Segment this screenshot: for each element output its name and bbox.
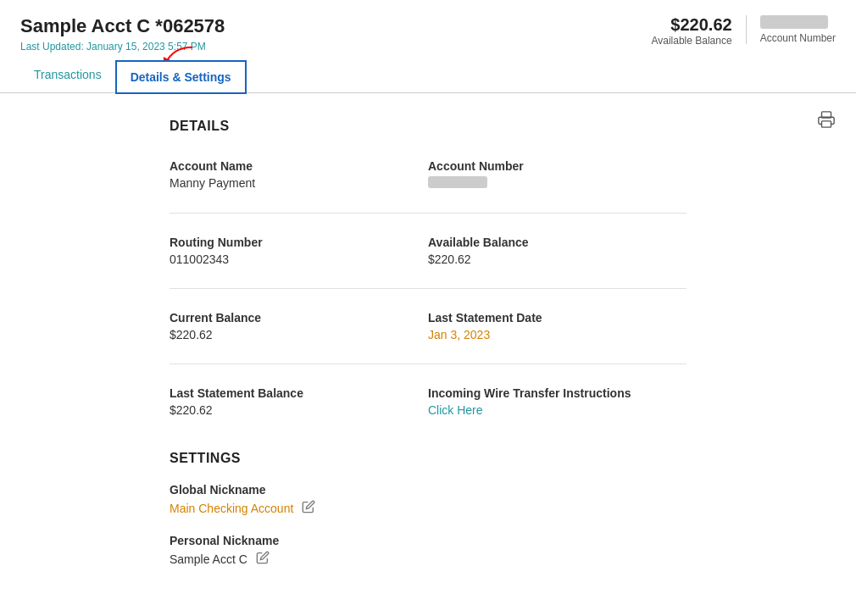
detail-cell-wire-transfer: Incoming Wire Transfer Instructions Clic… [428, 378, 686, 425]
detail-label-wire-transfer: Incoming Wire Transfer Instructions [428, 386, 686, 400]
tab-details-settings[interactable]: Details & Settings [115, 60, 247, 94]
print-icon-container[interactable] [817, 110, 836, 131]
setting-value-personal-nickname: Sample Acct C [170, 552, 247, 566]
detail-cell-account-name: Account Name Manny Payment [170, 151, 428, 199]
detail-label-last-statement-balance: Last Statement Balance [170, 386, 428, 400]
balance-amount: $220.62 [651, 15, 731, 35]
detail-value-routing-number: 011002343 [170, 253, 428, 266]
detail-value-current-balance: $220.62 [170, 328, 428, 341]
edit-icon-global-nickname[interactable] [302, 500, 315, 517]
pencil-icon-personal[interactable] [256, 551, 270, 564]
detail-cell-last-statement-balance: Last Statement Balance $220.62 [170, 378, 428, 425]
details-title: DETAILS [170, 119, 686, 134]
detail-cell-current-balance: Current Balance $220.62 [170, 302, 428, 350]
detail-value-last-statement-balance: $220.62 [170, 403, 428, 417]
header-right: $220.62 Available Balance Account Number [651, 15, 836, 47]
setting-item-personal-nickname: Personal Nickname Sample Acct C [170, 534, 686, 568]
account-number-blurred-value [760, 15, 828, 29]
setting-item-global-nickname: Global Nickname Main Checking Account [170, 483, 686, 517]
detail-value-wire-transfer-link[interactable]: Click Here [428, 403, 483, 417]
detail-cell-available-balance: Available Balance $220.62 [428, 227, 686, 275]
divider-2 [170, 288, 686, 289]
detail-value-account-number-blurred [428, 176, 487, 188]
pencil-icon-global[interactable] [302, 500, 315, 513]
details-section: DETAILS Account Name Manny Payment Accou… [170, 119, 686, 425]
detail-label-available-balance: Available Balance [428, 236, 686, 249]
detail-label-last-statement-date: Last Statement Date [428, 311, 686, 325]
detail-value-account-name: Manny Payment [170, 176, 428, 190]
setting-value-row-personal-nickname: Sample Acct C [170, 551, 686, 568]
settings-section: SETTINGS Global Nickname Main Checking A… [170, 451, 686, 568]
setting-value-row-global-nickname: Main Checking Account [170, 500, 686, 517]
main-content: DETAILS Account Name Manny Payment Accou… [0, 93, 856, 602]
details-grid: Account Name Manny Payment Account Numbe… [170, 151, 686, 425]
account-title: Sample Acct C *062578 [20, 15, 225, 37]
last-updated: Last Updated: January 15, 2023 5:57 PM [20, 41, 225, 53]
detail-value-available-balance: $220.62 [428, 253, 686, 266]
setting-label-personal-nickname: Personal Nickname [170, 534, 686, 547]
detail-label-routing-number: Routing Number [170, 236, 428, 249]
svg-rect-2 [822, 121, 831, 127]
detail-label-current-balance: Current Balance [170, 311, 428, 325]
divider-3 [170, 363, 686, 364]
account-number-section: Account Number [746, 15, 836, 44]
detail-cell-routing-number: Routing Number 011002343 [170, 227, 428, 275]
tabs-container: Transactions Details & Settings [0, 59, 856, 93]
detail-value-last-statement-date: Jan 3, 2023 [428, 328, 686, 341]
account-number-label: Account Number [760, 32, 836, 44]
setting-label-global-nickname: Global Nickname [170, 483, 686, 497]
header: Sample Acct C *062578 Last Updated: Janu… [0, 0, 856, 59]
edit-icon-personal-nickname[interactable] [256, 551, 270, 568]
balance-section: $220.62 Available Balance [651, 15, 731, 47]
detail-label-account-name: Account Name [170, 159, 428, 173]
print-icon[interactable] [817, 110, 836, 129]
tab-transactions[interactable]: Transactions [20, 59, 115, 92]
detail-cell-last-statement-date: Last Statement Date Jan 3, 2023 [428, 302, 686, 350]
balance-label: Available Balance [651, 35, 731, 47]
settings-title: SETTINGS [170, 451, 686, 466]
detail-cell-account-number: Account Number [428, 151, 686, 199]
header-left: Sample Acct C *062578 Last Updated: Janu… [20, 15, 225, 53]
divider-1 [170, 213, 686, 214]
detail-label-account-number: Account Number [428, 159, 686, 173]
setting-value-global-nickname: Main Checking Account [170, 502, 293, 515]
